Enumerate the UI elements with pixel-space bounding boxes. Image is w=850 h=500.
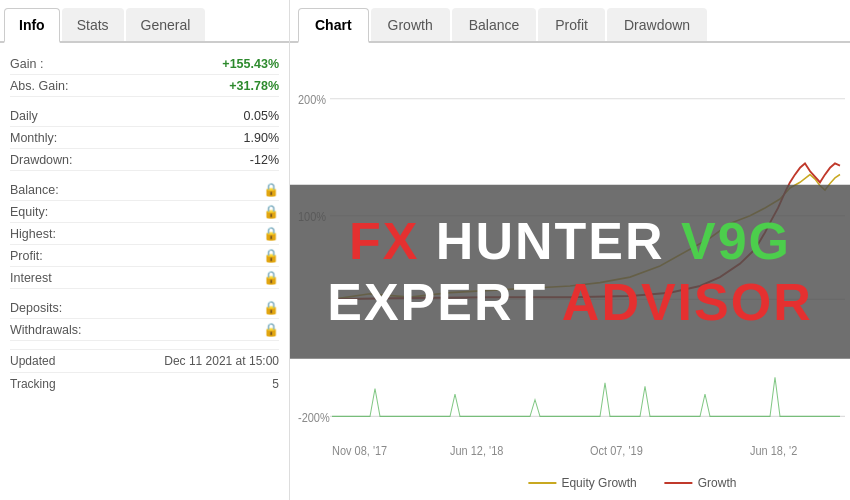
svg-text:Nov 08, '17: Nov 08, '17 xyxy=(332,444,387,458)
right-panel: Chart Growth Balance Profit Drawdown 200… xyxy=(290,0,850,500)
tab-stats[interactable]: Stats xyxy=(62,8,124,41)
legend-equity-growth: Equity Growth xyxy=(528,476,636,490)
divider-3 xyxy=(10,289,279,297)
tab-general[interactable]: General xyxy=(126,8,206,41)
banner-advisor: ADVISOR xyxy=(562,273,813,331)
withdrawals-row: Withdrawals: 🔒 xyxy=(10,319,279,341)
gain-row: Gain : +155.43% xyxy=(10,53,279,75)
divider-4 xyxy=(10,341,279,349)
highest-lock-icon: 🔒 xyxy=(263,226,279,241)
chart-tab-growth[interactable]: Growth xyxy=(371,8,450,41)
banner-line1: FX HUNTER V9G xyxy=(290,212,850,269)
profit-row: Profit: 🔒 xyxy=(10,245,279,267)
monthly-value: 1.90% xyxy=(244,131,279,145)
divider-2 xyxy=(10,171,279,179)
chart-tab-chart[interactable]: Chart xyxy=(298,8,369,43)
balance-lock-icon: 🔒 xyxy=(263,182,279,197)
equity-growth-label: Equity Growth xyxy=(561,476,636,490)
gain-value: +155.43% xyxy=(222,57,279,71)
chart-legend: Equity Growth Growth xyxy=(528,476,736,490)
profit-label: Profit: xyxy=(10,249,43,263)
daily-label: Daily xyxy=(10,109,38,123)
chart-area: 200% 100% -200% Nov 08, '17 Jun 12, '18 … xyxy=(290,43,850,500)
growth-dot xyxy=(665,482,693,484)
monthly-label: Monthly: xyxy=(10,131,57,145)
abs-gain-row: Abs. Gain: +31.78% xyxy=(10,75,279,97)
info-content: Gain : +155.43% Abs. Gain: +31.78% Daily… xyxy=(0,43,289,500)
interest-label: Interest xyxy=(10,271,52,285)
main-container: Info Stats General Gain : +155.43% Abs. … xyxy=(0,0,850,500)
equity-growth-dot xyxy=(528,482,556,484)
highest-row: Highest: 🔒 xyxy=(10,223,279,245)
abs-gain-value: +31.78% xyxy=(229,79,279,93)
daily-row: Daily 0.05% xyxy=(10,105,279,127)
gain-label: Gain : xyxy=(10,57,43,71)
interest-lock-icon: 🔒 xyxy=(263,270,279,285)
withdrawals-label: Withdrawals: xyxy=(10,323,82,337)
overlay-banner: FX HUNTER V9G EXPERT ADVISOR xyxy=(290,184,850,358)
deposits-label: Deposits: xyxy=(10,301,62,315)
banner-v9g: V9G xyxy=(681,211,791,269)
withdrawals-lock-icon: 🔒 xyxy=(263,322,279,337)
interest-row: Interest 🔒 xyxy=(10,267,279,289)
chart-tab-profit[interactable]: Profit xyxy=(538,8,605,41)
equity-row: Equity: 🔒 xyxy=(10,201,279,223)
chart-tabs-row: Chart Growth Balance Profit Drawdown xyxy=(290,0,850,43)
svg-text:Jun 18, '2: Jun 18, '2 xyxy=(750,444,797,458)
profit-lock-icon: 🔒 xyxy=(263,248,279,263)
updated-label: Updated xyxy=(10,354,55,368)
tracking-value: 5 xyxy=(272,377,279,391)
svg-text:-200%: -200% xyxy=(298,410,330,424)
equity-lock-icon: 🔒 xyxy=(263,204,279,219)
monthly-row: Monthly: 1.90% xyxy=(10,127,279,149)
banner-expert: EXPERT xyxy=(327,273,562,331)
banner-line2: EXPERT ADVISOR xyxy=(290,274,850,331)
chart-tab-balance[interactable]: Balance xyxy=(452,8,537,41)
chart-tab-drawdown[interactable]: Drawdown xyxy=(607,8,707,41)
balance-row: Balance: 🔒 xyxy=(10,179,279,201)
legend-growth: Growth xyxy=(665,476,737,490)
equity-label: Equity: xyxy=(10,205,48,219)
tab-info[interactable]: Info xyxy=(4,8,60,43)
growth-label: Growth xyxy=(698,476,737,490)
abs-gain-label: Abs. Gain: xyxy=(10,79,68,93)
tracking-row: Tracking 5 xyxy=(10,372,279,395)
left-panel: Info Stats General Gain : +155.43% Abs. … xyxy=(0,0,290,500)
updated-value: Dec 11 2021 at 15:00 xyxy=(164,354,279,368)
left-tabs-row: Info Stats General xyxy=(0,0,289,43)
svg-text:200%: 200% xyxy=(298,93,326,107)
deposits-row: Deposits: 🔒 xyxy=(10,297,279,319)
svg-text:Jun 12, '18: Jun 12, '18 xyxy=(450,444,503,458)
drawdown-label: Drawdown: xyxy=(10,153,73,167)
banner-hunter: HUNTER xyxy=(436,211,681,269)
divider-1 xyxy=(10,97,279,105)
updated-row: Updated Dec 11 2021 at 15:00 xyxy=(10,349,279,372)
tracking-label: Tracking xyxy=(10,377,56,391)
banner-fx: FX xyxy=(349,211,436,269)
svg-text:Oct 07, '19: Oct 07, '19 xyxy=(590,444,643,458)
balance-label: Balance: xyxy=(10,183,59,197)
drawdown-row: Drawdown: -12% xyxy=(10,149,279,171)
deposits-lock-icon: 🔒 xyxy=(263,300,279,315)
drawdown-value: -12% xyxy=(250,153,279,167)
highest-label: Highest: xyxy=(10,227,56,241)
daily-value: 0.05% xyxy=(244,109,279,123)
